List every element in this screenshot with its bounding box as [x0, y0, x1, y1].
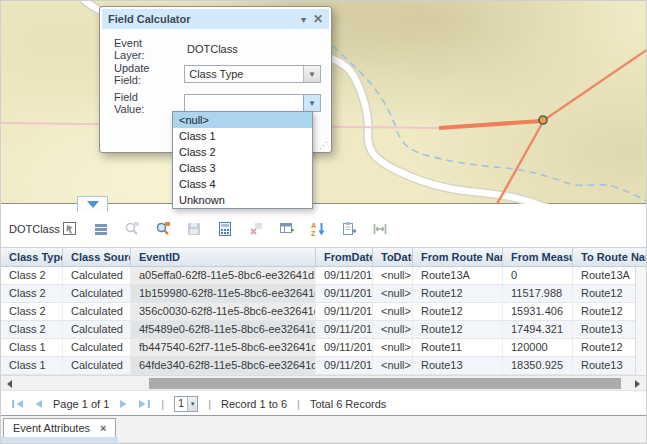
column-header[interactable]: EventID — [131, 248, 316, 266]
select-records-icon[interactable] — [61, 221, 78, 238]
table-row[interactable]: Class 2Calculateda05effa0-62f8-11e5-8bc6… — [1, 267, 647, 285]
event-layer-value: DOTClass — [173, 43, 238, 55]
table-cell: 09/11/2015 — [316, 321, 373, 338]
table-cell: 09/11/2015 — [316, 285, 373, 302]
chevron-down-icon[interactable]: ▼ — [187, 397, 197, 411]
scroll-left-icon[interactable] — [7, 380, 12, 388]
dialog-titlebar[interactable]: Field Calculator ▾ ✕ — [102, 9, 329, 29]
column-header[interactable]: Class Source — [63, 248, 131, 266]
table-cell: Calculated — [63, 357, 131, 374]
column-header[interactable]: ToDate — [373, 248, 413, 266]
show-selected-records-icon[interactable] — [92, 221, 109, 238]
zoom-to-selection-icon[interactable] — [123, 221, 140, 238]
collapse-panel-button[interactable] — [77, 196, 108, 212]
route-junction-marker — [539, 116, 547, 124]
dropdown-option[interactable]: Class 2 — [173, 144, 312, 160]
table-cell: 356c0030-62f8-11e5-8bc6-ee32641d5ec9 — [131, 303, 316, 320]
page-number-value: 1 — [175, 398, 187, 409]
zoom-to-events-icon[interactable] — [154, 221, 171, 238]
table-cell: Route12 — [413, 303, 503, 320]
sort-icon[interactable]: AZ — [309, 221, 326, 238]
chevron-down-icon — [87, 201, 99, 208]
table-cell: 0 — [503, 267, 573, 284]
table-row[interactable]: Class 1Calculatedfb447540-62f7-11e5-8bc6… — [1, 339, 647, 357]
column-header[interactable]: From Measure — [503, 248, 573, 266]
dropdown-option[interactable]: Class 1 — [173, 128, 312, 144]
field-calculator-icon[interactable] — [216, 221, 233, 238]
dialog-close-icon[interactable]: ✕ — [313, 12, 323, 26]
event-layer-label: Event Layer: — [114, 37, 173, 61]
dropdown-option[interactable]: Class 4 — [173, 176, 312, 192]
table-cell: Calculated — [63, 321, 131, 338]
page-status-text: Page 1 of 1 — [53, 398, 109, 410]
resize-grip[interactable]: ⋰ — [319, 141, 328, 150]
field-value-label: Field Value: — [114, 91, 171, 115]
table-cell: Calculated — [63, 285, 131, 302]
chevron-down-icon[interactable]: ▼ — [303, 66, 320, 82]
table-cell: 15931.406 — [503, 303, 573, 320]
last-page-button[interactable] — [138, 399, 151, 409]
next-page-button[interactable] — [119, 399, 128, 409]
route-orange-selected-segment — [439, 121, 541, 128]
route-orange-line — [492, 49, 647, 204]
update-field-combo[interactable]: Class Type ▼ — [184, 65, 321, 83]
chevron-down-icon[interactable]: ▼ — [303, 95, 320, 111]
dropdown-option[interactable]: Unknown — [173, 192, 312, 208]
table-cell: 09/11/2015 — [316, 357, 373, 374]
table-cell: Route11 — [413, 339, 503, 356]
save-icon[interactable] — [185, 221, 202, 238]
column-header[interactable]: To Route Name — [573, 248, 647, 266]
table-cell: <null> — [373, 285, 413, 302]
scroll-right-icon[interactable] — [635, 380, 640, 388]
vertical-scrollbar[interactable] — [635, 267, 647, 392]
fit-columns-icon[interactable] — [371, 221, 388, 238]
update-field-label: Update Field: — [114, 62, 171, 86]
total-records-text: Total 6 Records — [310, 398, 386, 410]
table-header-row: Class TypeClass SourceEventIDFromDateToD… — [1, 248, 647, 267]
scrollbar-thumb[interactable] — [149, 378, 621, 389]
table-cell: Class 1 — [1, 339, 63, 356]
table-cell: 1b159980-62f8-11e5-8bc6-ee32641d5ec9 — [131, 285, 316, 302]
dropdown-option[interactable]: <null> — [173, 112, 312, 128]
column-header[interactable]: FromDate — [316, 248, 373, 266]
attributes-grid: Class TypeClass SourceEventIDFromDateToD… — [1, 247, 647, 375]
table-cell: <null> — [373, 267, 413, 284]
table-cell: 09/11/2015 — [316, 339, 373, 356]
separator: | — [208, 398, 211, 410]
bottom-tab-bar: Event Attributes × — [1, 415, 647, 444]
event-attributes-panel: DOTClass AZ — [1, 205, 647, 415]
column-header[interactable]: From Route Name — [413, 248, 503, 266]
table-row[interactable]: Class 2Calculated356c0030-62f8-11e5-8bc6… — [1, 303, 647, 321]
table-cell: 11517.988 — [503, 285, 573, 302]
dropdown-option[interactable]: Class 3 — [173, 160, 312, 176]
field-value-combo[interactable]: ▼ — [184, 94, 321, 112]
field-value-dropdown-list: <null>Class 1Class 2Class 3Class 4Unknow… — [172, 111, 313, 209]
record-range-text: Record 1 to 6 — [221, 398, 287, 410]
table-row[interactable]: Class 2Calculated1b159980-62f8-11e5-8bc6… — [1, 285, 647, 303]
table-cell: <null> — [373, 357, 413, 374]
table-cell: 64fde340-62f8-11e5-8bc6-ee32641d5ec9 — [131, 357, 316, 374]
table-cell: a05effa0-62f8-11e5-8bc6-ee32641d5ec9 — [131, 267, 316, 284]
column-header[interactable]: Class Type — [1, 248, 63, 266]
table-cell: <null> — [373, 303, 413, 320]
table-cell: Class 2 — [1, 267, 63, 284]
delete-selected-icon[interactable] — [247, 221, 264, 238]
first-page-button[interactable] — [11, 399, 24, 409]
append-events-icon[interactable] — [278, 221, 295, 238]
copy-attributes-icon[interactable] — [340, 221, 357, 238]
table-cell: 4f5489e0-62f8-11e5-8bc6-ee32641d5ec9 — [131, 321, 316, 338]
table-row[interactable]: Class 2Calculated4f5489e0-62f8-11e5-8bc6… — [1, 321, 647, 339]
table-cell: <null> — [373, 321, 413, 338]
table-cell: 09/11/2015 — [316, 303, 373, 320]
previous-page-button[interactable] — [34, 399, 43, 409]
table-cell: Route12 — [413, 285, 503, 302]
tab-event-attributes[interactable]: Event Attributes × — [3, 418, 116, 437]
pagination-bar: Page 1 of 1 | 1 ▼ | Record 1 to 6 | Tota… — [1, 392, 647, 415]
page-number-select[interactable]: 1 ▼ — [174, 396, 198, 412]
table-cell: Route12 — [413, 321, 503, 338]
close-icon[interactable]: × — [100, 422, 106, 434]
dialog-minimize-icon[interactable]: ▾ — [301, 14, 306, 25]
horizontal-scrollbar[interactable] — [1, 375, 647, 391]
table-cell: Route13 — [413, 357, 503, 374]
table-row[interactable]: Class 1Calculated64fde340-62f8-11e5-8bc6… — [1, 357, 647, 375]
